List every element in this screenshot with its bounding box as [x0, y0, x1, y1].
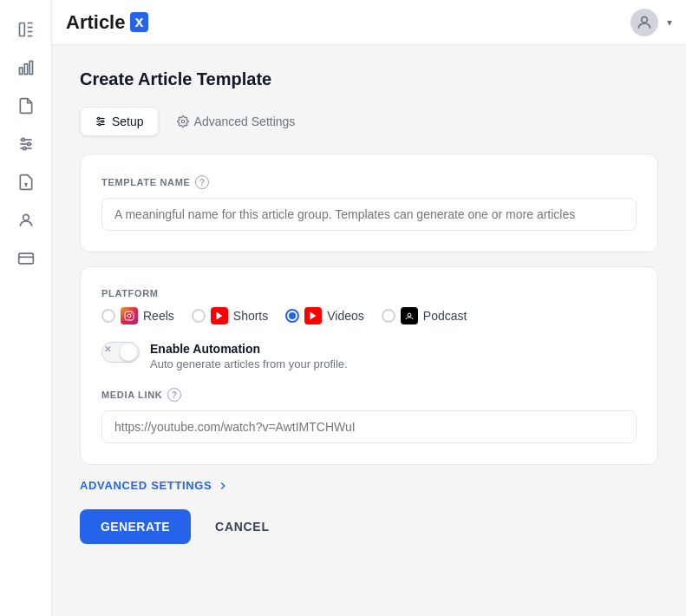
- tab-advanced-settings[interactable]: Advanced Settings: [162, 107, 310, 136]
- automation-toggle-row: ✕ Enable Automation Auto generate articl…: [101, 342, 637, 370]
- svg-marker-28: [216, 312, 222, 320]
- tab-advanced-settings-label: Advanced Settings: [194, 115, 296, 128]
- chevron-right-icon: [217, 480, 229, 492]
- advanced-settings-link[interactable]: ADVANCED SETTINGS: [80, 479, 658, 492]
- svg-point-21: [98, 117, 100, 119]
- svg-point-24: [181, 120, 185, 123]
- svg-rect-6: [24, 64, 27, 75]
- automation-text: Enable Automation Auto generate articles…: [150, 342, 348, 370]
- sidebar: [0, 0, 52, 616]
- podcast-icon: [401, 307, 418, 324]
- advanced-settings-icon: [177, 115, 189, 128]
- svg-point-13: [23, 147, 25, 149]
- media-link-label: MEDIA LINK ?: [101, 388, 637, 402]
- svg-point-22: [101, 121, 103, 122]
- svg-rect-0: [19, 23, 24, 36]
- app-logo: Articlex: [66, 11, 148, 34]
- radio-podcast: [382, 309, 395, 323]
- automation-description: Auto generate articles from your profile…: [150, 357, 348, 370]
- action-buttons: GENERATE CANCEL: [80, 509, 658, 544]
- sidebar-toggle-icon[interactable]: [10, 14, 42, 45]
- svg-point-17: [642, 16, 648, 23]
- radio-shorts: [192, 309, 206, 323]
- svg-point-30: [408, 313, 411, 317]
- platform-options: Reels Shorts Videos: [101, 307, 637, 324]
- automation-title: Enable Automation: [150, 342, 348, 356]
- svg-point-14: [23, 214, 29, 220]
- setup-icon: [95, 115, 107, 128]
- media-link-section: MEDIA LINK ?: [101, 388, 637, 443]
- tabs: Setup Advanced Settings: [80, 107, 658, 136]
- platform-card: PLATFORM Reels Shorts: [80, 266, 658, 465]
- svg-rect-7: [29, 62, 32, 75]
- platform-reels-label: Reels: [143, 309, 174, 323]
- media-link-input[interactable]: [101, 410, 637, 443]
- platform-label: PLATFORM: [101, 288, 637, 298]
- automation-toggle[interactable]: ✕: [101, 342, 140, 363]
- youtube-shorts-icon: [211, 307, 228, 324]
- toggle-x-icon: ✕: [104, 344, 111, 354]
- platform-videos-label: Videos: [327, 309, 364, 323]
- avatar[interactable]: [630, 9, 658, 36]
- generate-button[interactable]: GENERATE: [80, 509, 191, 544]
- document-edit-icon[interactable]: [10, 167, 42, 198]
- template-name-input[interactable]: [101, 198, 637, 231]
- svg-point-11: [22, 138, 24, 141]
- svg-point-23: [99, 123, 101, 125]
- chart-icon[interactable]: [10, 52, 42, 83]
- main-content: Create Article Template Setup Advanced S…: [52, 45, 686, 616]
- platform-podcast-label: Podcast: [423, 309, 467, 323]
- template-name-help-icon[interactable]: ?: [195, 175, 209, 189]
- radio-reels: [101, 309, 115, 323]
- user-icon[interactable]: [10, 205, 42, 236]
- platform-option-shorts[interactable]: Shorts: [192, 307, 268, 324]
- topbar-chevron-icon[interactable]: ▾: [667, 16, 672, 29]
- sliders-icon[interactable]: [10, 128, 42, 160]
- toggle-thumb: [120, 344, 137, 361]
- tab-setup[interactable]: Setup: [80, 107, 159, 136]
- page-title: Create Article Template: [80, 69, 658, 89]
- cancel-button[interactable]: CANCEL: [201, 509, 284, 544]
- media-link-help-icon[interactable]: ?: [167, 388, 181, 402]
- credit-card-icon[interactable]: [10, 243, 42, 274]
- logo-x: x: [130, 12, 147, 32]
- platform-option-videos[interactable]: Videos: [285, 307, 364, 324]
- template-name-card: TEMPLATE NAME ?: [80, 154, 658, 252]
- svg-point-12: [27, 142, 29, 145]
- youtube-videos-icon: [304, 307, 322, 324]
- topbar: Articlex ▾: [52, 0, 686, 45]
- svg-rect-5: [19, 68, 22, 75]
- svg-point-26: [127, 314, 131, 318]
- document-icon[interactable]: [10, 90, 42, 121]
- svg-rect-25: [125, 311, 134, 320]
- platform-shorts-label: Shorts: [233, 309, 268, 323]
- platform-option-podcast[interactable]: Podcast: [382, 307, 467, 324]
- radio-videos: [285, 309, 299, 323]
- logo-text: Article: [66, 11, 125, 34]
- platform-option-reels[interactable]: Reels: [101, 307, 174, 324]
- instagram-icon: [121, 307, 138, 324]
- template-name-label: TEMPLATE NAME ?: [101, 175, 637, 189]
- svg-point-27: [131, 313, 133, 315]
- svg-rect-15: [18, 253, 33, 264]
- svg-marker-29: [310, 312, 317, 320]
- advanced-settings-link-text: ADVANCED SETTINGS: [80, 479, 212, 492]
- tab-setup-label: Setup: [112, 115, 144, 128]
